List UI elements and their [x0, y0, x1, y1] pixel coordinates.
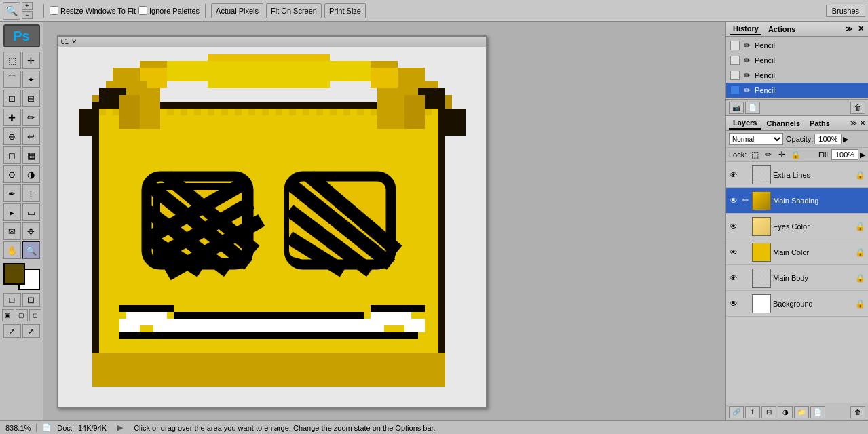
history-item-2[interactable]: ✏ Pencil [726, 53, 868, 68]
layers-delete-btn[interactable]: 🗑 [850, 406, 865, 418]
layer-pencil-background[interactable] [740, 299, 750, 309]
gradient-tool[interactable]: ▦ [22, 146, 40, 164]
layers-group-btn[interactable]: 📁 [794, 406, 809, 418]
tool-row-4: ✚ ✏ [3, 108, 40, 126]
layer-item-main-body[interactable]: 👁 Main Body 🔒 [726, 265, 868, 291]
ignore-palettes-input[interactable] [138, 6, 147, 15]
layer-item-eyes-color[interactable]: 👁 Eyes Color 🔒 [726, 214, 868, 239]
svg-rect-33 [330, 108, 337, 115]
history-new-doc-btn[interactable]: 📄 [745, 102, 760, 114]
layers-tab[interactable]: Layers [729, 117, 761, 130]
layer-item-main-shading[interactable]: 👁 ✏ Main Shading [726, 188, 868, 214]
layer-pencil-eyes-color[interactable] [740, 222, 750, 231]
screen-mode-3[interactable]: ◻ [29, 309, 41, 321]
zoom-out-btn[interactable]: − [22, 11, 33, 19]
blur-tool[interactable]: ⊙ [3, 165, 21, 183]
fill-arrow[interactable]: ▶ [860, 151, 865, 159]
quick-mask-row: □ ⊡ [3, 293, 40, 307]
layer-eye-main-color[interactable]: 👁 [729, 248, 738, 257]
ignore-palettes-checkbox[interactable]: Ignore Palettes [138, 6, 200, 15]
layer-pencil-extra-lines[interactable] [740, 170, 750, 180]
layer-eye-background[interactable]: 👁 [729, 299, 738, 309]
jump-to-btn[interactable]: ↗ [3, 324, 21, 338]
history-label-1: Pencil [755, 41, 775, 50]
layers-new-btn[interactable]: 📄 [810, 406, 825, 418]
history-item-4[interactable]: ✏ Pencil [726, 83, 868, 98]
dodge-tool[interactable]: ◑ [22, 165, 40, 183]
layers-close-icon[interactable]: ✕ [860, 119, 865, 127]
layer-item-background[interactable]: 👁 Background 🔒 [726, 291, 868, 317]
layer-eye-main-body[interactable]: 👁 [729, 273, 738, 283]
layer-eye-main-shading[interactable]: 👁 [729, 196, 738, 205]
jump-to-2-btn[interactable]: ↗ [22, 324, 40, 338]
foreground-color-swatch[interactable] [3, 263, 25, 285]
history-item-1[interactable]: ✏ Pencil [726, 38, 868, 53]
layer-eye-extra-lines[interactable]: 👁 [729, 170, 738, 180]
layer-pencil-main-shading[interactable]: ✏ [740, 196, 750, 205]
history-item-3[interactable]: ✏ Pencil [726, 68, 868, 83]
svg-rect-7 [208, 61, 330, 88]
history-checkbox-1[interactable] [730, 41, 740, 50]
history-delete-btn[interactable]: 🗑 [850, 102, 865, 114]
quick-mask-btn[interactable]: ⊡ [22, 293, 40, 307]
opacity-input[interactable] [814, 134, 842, 144]
layers-effects-btn[interactable]: f [745, 406, 760, 418]
fill-input[interactable] [831, 149, 858, 160]
layers-expand-icon[interactable]: ≫ [850, 119, 857, 127]
eyedropper-tool[interactable]: ✥ [22, 222, 40, 240]
zoom-tool[interactable]: 🔍 [22, 241, 40, 259]
blend-mode-select[interactable]: Normal [729, 133, 783, 145]
path-select-tool[interactable]: ▸ [3, 203, 21, 221]
actual-pixels-button[interactable]: Actual Pixels [211, 3, 263, 18]
panel-expand-icon[interactable]: ≫ [846, 25, 852, 33]
shape-tool[interactable]: ▭ [22, 203, 40, 221]
move-tool[interactable]: ✛ [22, 52, 40, 69]
brush-tool[interactable]: ✏ [22, 108, 40, 126]
layer-eye-eyes-color[interactable]: 👁 [729, 222, 738, 231]
lock-transparent-btn[interactable]: ⬚ [749, 149, 760, 160]
history-brush-tool[interactable]: ↩ [22, 127, 40, 145]
lasso-tool[interactable]: ⌒ [3, 71, 21, 88]
actions-tab[interactable]: Actions [766, 24, 798, 35]
hand-tool[interactable]: ✋ [3, 241, 21, 259]
crop-tool[interactable]: ⊡ [3, 90, 21, 107]
opacity-arrow[interactable]: ▶ [843, 135, 848, 144]
lock-position-btn[interactable]: ✛ [776, 149, 787, 160]
print-size-button[interactable]: Print Size [324, 3, 366, 18]
slice-tool[interactable]: ⊞ [22, 90, 40, 107]
screen-mode-1[interactable]: ▣ [2, 309, 14, 321]
history-new-snapshot-btn[interactable]: 📷 [729, 102, 744, 114]
layers-link-btn[interactable]: 🔗 [729, 406, 744, 418]
layer-pencil-main-color[interactable] [740, 248, 750, 257]
layers-mask-btn[interactable]: ⊡ [761, 406, 776, 418]
lock-all-btn[interactable]: 🔒 [790, 149, 801, 160]
channels-tab[interactable]: Channels [762, 118, 804, 129]
type-tool[interactable]: T [22, 184, 40, 202]
history-checkbox-3[interactable] [730, 71, 740, 80]
notes-tool[interactable]: ✉ [3, 222, 21, 240]
fit-on-screen-button[interactable]: Fit On Screen [266, 3, 322, 18]
svg-rect-17 [113, 108, 119, 115]
layers-adjustment-btn[interactable]: ◑ [778, 406, 793, 418]
resize-windows-input[interactable] [50, 6, 58, 15]
stamp-tool[interactable]: ⊕ [3, 127, 21, 145]
panel-close-icon[interactable]: ✕ [858, 24, 864, 33]
marquee-tool[interactable]: ⬚ [3, 52, 21, 69]
eraser-tool[interactable]: ◻ [3, 146, 21, 164]
layer-item-main-color[interactable]: 👁 Main Color 🔒 [726, 239, 868, 265]
canvas-close-icon[interactable]: ✕ [71, 38, 77, 45]
layer-pencil-main-body[interactable] [740, 273, 750, 283]
history-tab[interactable]: History [730, 23, 761, 35]
paths-tab[interactable]: Paths [806, 118, 834, 129]
heal-tool[interactable]: ✚ [3, 108, 21, 126]
screen-mode-2[interactable]: ▢ [16, 309, 28, 321]
standard-mode-btn[interactable]: □ [3, 293, 21, 307]
history-checkbox-2[interactable] [730, 56, 740, 65]
pen-tool[interactable]: ✒ [3, 184, 21, 202]
layer-item-extra-lines[interactable]: 👁 Extra Lines 🔒 [726, 162, 868, 188]
zoom-in-btn[interactable]: + [22, 2, 33, 10]
magic-wand-tool[interactable]: ✦ [22, 71, 40, 88]
resize-windows-checkbox[interactable]: Resize Windows To Fit [50, 6, 136, 15]
zoom-icon[interactable]: 🔍 [3, 2, 20, 20]
lock-image-btn[interactable]: ✏ [763, 149, 774, 160]
